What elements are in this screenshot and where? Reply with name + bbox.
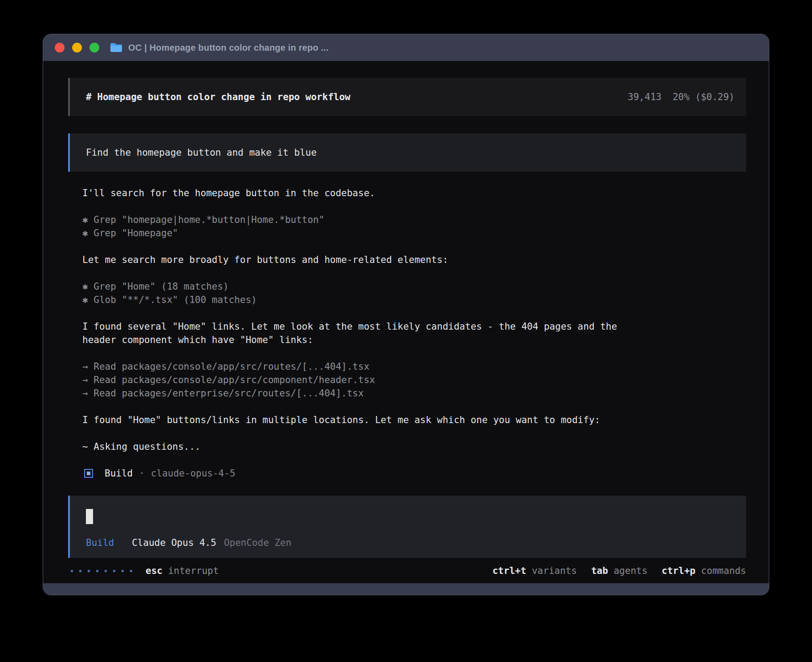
window-titlebar[interactable]: OC | Homepage button color change in rep… [43,34,769,61]
assistant-text-block: ~ Asking questions... [82,440,746,453]
agents-label: agents [613,565,647,576]
prompt-input[interactable]: Build Claude Opus 4.5 OpenCode Zen [68,496,746,558]
variants-label: variants [532,565,577,576]
tool-call-line: ✱ Glob "**/*.tsx" (100 matches) [82,293,746,307]
ctrl-p-key: ctrl+p [662,565,695,576]
assistant-text-line: ~ Asking questions... [82,440,746,453]
tool-call-line: → Read packages/console/app/src/routes/[… [82,360,746,373]
context-usage: 20% ($0.29) [673,92,735,102]
spinner-dots [71,570,132,572]
assistant-text-block: Let me search more broadly for buttons a… [82,253,746,266]
agent-separator: · [139,468,145,479]
tool-call-line: ✱ Grep "Homepage" [82,226,746,240]
agent-build-icon-core [87,472,90,475]
commands-hint: ctrl+p commands [662,565,746,576]
assistant-text-block: I found several "Home" links. Let me loo… [82,320,746,347]
user-message-text: Find the homepage button and make it blu… [86,147,317,158]
agents-hint: tab agents [591,565,647,576]
ctrl-t-key: ctrl+t [492,565,526,576]
assistant-text-line: Let me search more broadly for buttons a… [82,253,746,266]
spinner-dot [130,570,132,572]
assistant-text-block: I'll search for the homepage button in t… [82,186,746,200]
assistant-text-line: I found several "Home" links. Let me loo… [82,320,746,333]
agent-status-row: Build · claude-opus-4-5 [84,467,746,480]
conversation: I'll search for the homepage button in t… [82,186,746,467]
spinner-dot [113,570,115,572]
terminal-window: OC | Homepage button color change in rep… [43,34,769,595]
agent-model: claude-opus-4-5 [151,468,235,479]
esc-key: esc [146,565,162,576]
text-cursor [86,509,93,524]
spinner-dot [79,570,81,572]
token-count: 39,413 [628,92,662,102]
agent-build-icon [84,469,93,478]
spinner-dot [71,570,73,572]
tool-call-line: ✱ Grep "Home" (18 matches) [82,280,746,293]
input-footer: Build Claude Opus 4.5 OpenCode Zen [86,537,730,548]
session-title: # Homepage button color change in repo w… [86,92,350,102]
tool-call-block: → Read packages/console/app/src/routes/[… [82,360,746,400]
interrupt-hint: esc interrupt [146,565,219,576]
tool-call-line: → Read packages/enterprise/src/routes/[.… [82,387,746,400]
spinner-dot [122,570,124,572]
spinner-dot [96,570,98,572]
assistant-text-line: I'll search for the homepage button in t… [82,186,746,200]
window-bottom-strip [43,583,769,595]
commands-label: commands [701,565,746,576]
tool-call-block: ✱ Grep "homepage|home.*button|Home.*butt… [82,213,746,240]
input-model-label[interactable]: Claude Opus 4.5 [132,537,216,548]
tool-call-line: → Read packages/console/app/src/componen… [82,373,746,387]
minimize-button[interactable] [72,43,82,52]
input-mode-label[interactable]: Build [86,537,114,548]
session-header: # Homepage button color change in repo w… [68,78,746,116]
tool-call-line: ✱ Grep "homepage|home.*button|Home.*butt… [82,213,746,226]
traffic-lights [55,43,99,52]
input-provider-label: OpenCode Zen [224,537,292,548]
status-bar-right: ctrl+t variants tab agents ctrl+p comman… [492,565,746,576]
terminal-content: # Homepage button color change in repo w… [43,61,769,583]
status-bar-left: esc interrupt [68,565,219,576]
assistant-text-block: I found "Home" buttons/links in multiple… [82,413,746,427]
esc-label: interrupt [168,565,219,576]
folder-icon [110,43,122,52]
maximize-button[interactable] [89,43,99,52]
window-title: OC | Homepage button color change in rep… [128,43,329,53]
spinner-dot [88,570,90,572]
assistant-text-line: header component which have "Home" links… [82,333,746,347]
variants-hint: ctrl+t variants [492,565,577,576]
spinner-dot [105,570,107,572]
user-message: Find the homepage button and make it blu… [68,133,746,172]
assistant-text-line: I found "Home" buttons/links in multiple… [82,413,746,427]
status-bar: esc interrupt ctrl+t variants tab agents… [68,564,746,577]
session-stats: 39,413 20% ($0.29) [628,92,735,102]
close-button[interactable] [55,43,65,52]
agent-name: Build [105,468,133,479]
tool-call-block: ✱ Grep "Home" (18 matches)✱ Glob "**/*.t… [82,280,746,307]
tab-key: tab [591,565,608,576]
